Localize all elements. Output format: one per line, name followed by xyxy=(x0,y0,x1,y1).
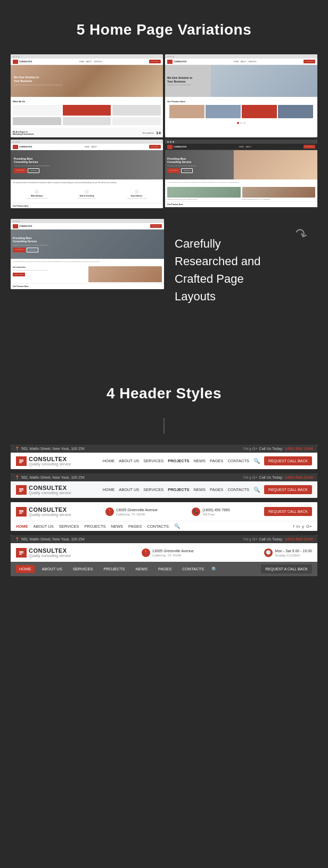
hs4-nav-about[interactable]: ABOUT US xyxy=(39,565,65,573)
call-label-1: Call Us Today: xyxy=(259,447,283,451)
hs3-nav-contacts[interactable]: CONTACTS xyxy=(147,524,169,529)
nav-about: ABOUT xyxy=(86,61,92,63)
mock-strip-1: We Are Expert inMarketing & Investment W… xyxy=(11,128,163,137)
svg-rect-10 xyxy=(19,511,23,512)
hs4-nav-news[interactable]: NEWS xyxy=(133,565,151,573)
card-4 xyxy=(13,117,61,125)
hs2-nav-services[interactable]: SERVICES xyxy=(143,487,163,492)
hs4-social-top: f in y G+ xyxy=(243,537,257,541)
hs4-hours-line: Mon - Sat 9.00 - 19.00 xyxy=(275,548,312,554)
hs1-nav-pages[interactable]: PAGES xyxy=(210,458,223,463)
services-row-3: Market Analysis Text about market analys… xyxy=(11,186,163,202)
browser-bar-4 xyxy=(165,140,317,144)
hs1-logo-name: CONSULTEX xyxy=(29,456,71,462)
location-icon: 📍 xyxy=(15,447,20,451)
spacer-1 xyxy=(0,332,328,364)
hero-sub-2: Consultex is one of the world's top firm… xyxy=(167,84,192,86)
hs2-nav-pages[interactable]: PAGES xyxy=(210,487,223,492)
nav-home-3: HOME xyxy=(85,146,89,148)
mock-browser-2: CONSULTEX HOME ABOUT SERVICES CALL BACK … xyxy=(165,54,317,129)
hs4-nav-home[interactable]: HOME xyxy=(16,565,35,573)
hs1-search-icon[interactable]: 🔍 xyxy=(253,458,260,464)
hero-title-5: Providing BestConsulting Service xyxy=(13,236,48,243)
variations-grid: CONSULTEX HOME ABOUT SERVICES CALL BACK … xyxy=(0,54,328,219)
practice-label-4: Our Practice Area xyxy=(165,201,317,207)
social-f-2: f xyxy=(243,476,244,479)
dot-4 xyxy=(167,56,169,58)
hs1-nav-home[interactable]: HOME xyxy=(103,458,115,463)
hs2-topbar-left: 📍 562, Mallin Street, New Youk, 100 254 xyxy=(15,476,85,480)
hs3-nav-projects[interactable]: PROJECTS xyxy=(85,524,106,529)
hs1-cta-button[interactable]: REQUEST CALL BACK xyxy=(264,456,312,465)
crafted-line2: Researched and xyxy=(175,252,307,270)
hs2-nav-contacts[interactable]: CONTACTS xyxy=(227,487,249,492)
hs3-cta-button[interactable]: REQUEST CALL BACK xyxy=(264,507,312,516)
card-1 xyxy=(13,105,61,116)
hero-btn2-4: SERVICES xyxy=(181,168,193,173)
practice-cards-2 xyxy=(167,105,315,120)
hero-text-3: Providing BestConsulting Service Consult… xyxy=(11,154,54,176)
hero-title-2: We Give Solution toYour Business xyxy=(167,76,192,83)
hs4-nav-projects[interactable]: PROJECTS xyxy=(101,565,128,573)
hs4-logo-text-wrap: CONSULTEX Quality consulting service xyxy=(29,547,71,558)
hs3-nav-about[interactable]: ABOUT US xyxy=(34,524,54,529)
nav-home: HOME xyxy=(79,61,84,63)
hs4-main: CONSULTEX Quality consulting service 📍 1… xyxy=(11,543,317,562)
mock-browser-4: CONSULTEX HOME ABOUT CALL BACK Providing… xyxy=(165,140,317,207)
nav-about-3: ABOUT xyxy=(92,146,97,148)
v5-btn: READ MORE xyxy=(13,273,87,276)
bottom-padding xyxy=(0,591,328,602)
service-text-2: Text about audit and consulting services xyxy=(64,198,110,199)
hs1-nav-news[interactable]: NEWS xyxy=(194,458,206,463)
hero-btns-3: OUR WORKS SERVICES xyxy=(14,168,51,173)
hs3-nav-bottom: HOME ABOUT US SERVICES PROJECTS NEWS PAG… xyxy=(11,521,317,531)
hs2-nav-home[interactable]: HOME xyxy=(103,487,115,492)
hs1-nav-projects[interactable]: PROJECTS xyxy=(168,458,189,463)
hs3-nav-pages[interactable]: PAGES xyxy=(128,524,142,529)
hs3-phone-group: 📞 (1800) 456 7890 Toll Free xyxy=(192,507,229,516)
hs2-cta-button[interactable]: REQUEST CALL BACK xyxy=(264,485,312,494)
v4-img2 xyxy=(242,187,316,198)
hs4-hours-text: Mon - Sat 9.00 - 19.00 Sunday CLOSED xyxy=(275,548,312,557)
hs3-search-icon[interactable]: 🔍 xyxy=(174,523,180,529)
hs1-topbar-left: 📍 562, Mallin Street, New Youk, 100 254 xyxy=(15,447,85,451)
mock-site-4: CONSULTEX HOME ABOUT CALL BACK Providing… xyxy=(165,144,317,207)
service-text-1: Text about market analysis services prov… xyxy=(14,198,60,199)
logo-svg-2 xyxy=(18,487,24,493)
mock-cta-2: CALL BACK xyxy=(304,60,315,63)
hs1-nav-about[interactable]: ABOUT US xyxy=(119,458,139,463)
hs3-logo-text-wrap: CONSULTEX Quality consulting service xyxy=(29,506,71,517)
hs3-nav-services[interactable]: SERVICES xyxy=(59,524,79,529)
hs3-nav-home[interactable]: HOME xyxy=(16,524,28,529)
card-6 xyxy=(112,117,161,125)
dot-14 xyxy=(15,220,17,222)
hs2-address: 562, Mallin Street, New Youk, 100 254 xyxy=(21,476,85,479)
hero-btns-4: OUR WORKS SERVICES xyxy=(167,168,198,173)
hs3-logo-name: CONSULTEX xyxy=(29,506,71,513)
mock-hero-3: Providing BestConsulting Service Consult… xyxy=(11,150,163,179)
hs1-nav-services[interactable]: SERVICES xyxy=(143,458,163,463)
hs3-nav-news[interactable]: NEWS xyxy=(111,524,124,529)
nav-home-2: HOME xyxy=(234,61,239,63)
hs4-nav-contacts[interactable]: CONTACTS xyxy=(179,565,207,573)
logo-svg-4 xyxy=(18,550,24,556)
variation-3: CONSULTEX HOME ABOUT CALL BACK Providing… xyxy=(11,140,163,208)
hs2-nav-news[interactable]: NEWS xyxy=(194,487,206,492)
mock-cta-3: CALL BACK xyxy=(149,145,161,149)
hs4-nav-services[interactable]: SERVICES xyxy=(70,565,96,573)
hs4-logo-icon xyxy=(16,548,27,558)
v4-col1: Business consulting advice and strategy … xyxy=(167,187,241,201)
hs2-nav-about[interactable]: ABOUT US xyxy=(119,487,139,492)
hs4-cta-button[interactable]: REQUEST A CALL BACK xyxy=(261,564,312,574)
svg-rect-11 xyxy=(19,513,22,514)
dot-6 xyxy=(173,56,174,58)
hs4-search-icon[interactable]: 🔍 xyxy=(211,567,217,572)
hs3-phone-sub: Toll Free xyxy=(202,513,229,516)
hs2-search-icon[interactable]: 🔍 xyxy=(253,487,260,493)
hs2-nav-projects[interactable]: PROJECTS xyxy=(168,487,189,492)
hs4-nav-pages[interactable]: PAGES xyxy=(155,565,175,573)
mock-browser-1: CONSULTEX HOME ABOUT SERVICES CALL BACK … xyxy=(11,54,163,137)
hs1-nav-contacts[interactable]: CONTACTS xyxy=(227,458,249,463)
hs1-logo: CONSULTEX Quality consulting service xyxy=(16,456,71,466)
mock-nav-5: CONSULTEX CALL BACK xyxy=(11,223,164,230)
